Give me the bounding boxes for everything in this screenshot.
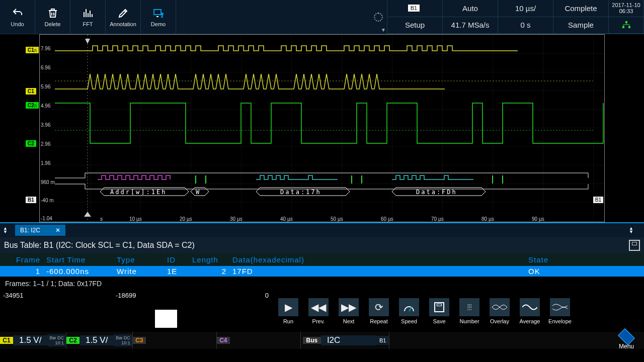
- next-button[interactable]: ▶▶Next: [335, 293, 363, 324]
- bus-indicator[interactable]: B1: [387, 0, 443, 17]
- bus-panel-header: ▲▼ B1: I2C✕ ▲▼: [0, 222, 644, 237]
- label-b1: B1: [26, 197, 36, 203]
- histogram-bar: [155, 310, 177, 328]
- channel-c3[interactable]: C3: [133, 332, 217, 349]
- overlay-button[interactable]: Overlay: [486, 293, 514, 324]
- setup-button[interactable]: Setup: [387, 17, 443, 34]
- save-icon[interactable]: [629, 240, 640, 251]
- sample-rate[interactable]: 41.7 MSa/s: [443, 17, 498, 34]
- playback-controls: ▶Run ◀◀Prev. ▶▶Next ⟳Repeat Speed Save ⦙…: [272, 291, 577, 332]
- envelope-button[interactable]: Envelope: [546, 293, 574, 324]
- close-icon[interactable]: ✕: [55, 227, 60, 234]
- menu-button[interactable]: Menu: [609, 332, 644, 349]
- channel-footer: C1 1.5 V/ Bᴡ DC10:1 C2 1.5 V/ Bᴡ DC10:1 …: [0, 332, 644, 349]
- decode-data2: Data:FDh: [416, 189, 457, 196]
- channel-c2[interactable]: C2 1.5 V/ Bᴡ DC10:1: [66, 332, 133, 349]
- undo-button[interactable]: Undo: [0, 0, 35, 34]
- chevron-down-icon[interactable]: ▼: [381, 27, 386, 33]
- label-b1-right: B1: [593, 197, 603, 203]
- number-button[interactable]: ⦙⦙⦙Number: [455, 293, 484, 324]
- datetime: 2017-11-1006:33: [609, 0, 644, 17]
- prev-button[interactable]: ◀◀Prev.: [304, 293, 333, 324]
- bus-selector[interactable]: Bus I2C B1: [303, 332, 389, 349]
- label-c2-digital: C2⎍: [26, 102, 39, 109]
- gear-icon[interactable]: [374, 13, 383, 22]
- label-c1: C1: [26, 88, 36, 95]
- speed-button[interactable]: Speed: [395, 293, 423, 324]
- toolbar: Undo Delete FFT Annotation Demo ▼ B1 Aut…: [0, 0, 644, 34]
- svg-point-1: [161, 13, 163, 15]
- frames-summary: Frames: 1–1 / 1; Data: 0x17FD: [0, 277, 644, 291]
- time-offset[interactable]: 0 s: [498, 17, 553, 34]
- label-c1-digital: C1⎍: [26, 47, 39, 53]
- repeat-button[interactable]: ⟳Repeat: [365, 293, 393, 324]
- channel-labels: C1⎍ C1 C2⎍ C2 B1: [26, 35, 39, 222]
- lower-panel: -34951 -18699 0 ▶Run ◀◀Prev. ▶▶Next ⟳Rep…: [0, 291, 644, 332]
- channel-c1[interactable]: C1 1.5 V/ Bᴡ DC10:1: [0, 332, 66, 349]
- acq-mode[interactable]: Sample: [553, 17, 609, 34]
- network-icon[interactable]: [609, 17, 644, 34]
- delete-button[interactable]: Delete: [35, 0, 70, 34]
- waveform-display[interactable]: C1⎍ C1 C2⎍ C2 B1 7.96 6.96 5.96 4.96 3.9…: [39, 34, 605, 222]
- svg-rect-0: [154, 10, 161, 15]
- fft-button[interactable]: FFT: [70, 0, 106, 34]
- annotation-button[interactable]: Annotation: [106, 0, 141, 34]
- histogram: -34951 -18699 0: [0, 291, 272, 332]
- average-button[interactable]: Average: [516, 293, 544, 324]
- acq-state: Complete: [553, 0, 609, 17]
- bus-tab[interactable]: B1: I2C✕: [15, 225, 65, 236]
- trigger-mode[interactable]: Auto: [443, 0, 498, 17]
- save-button[interactable]: Save: [425, 293, 453, 324]
- panel-resize-icon-right[interactable]: ▲▼: [629, 227, 638, 234]
- decode-data1: Data:17h: [280, 189, 321, 196]
- run-button[interactable]: ▶Run: [274, 293, 302, 324]
- bus-table-header: Frame Start Time Type ID Length Data(hex…: [0, 253, 644, 266]
- decode-w: W: [196, 189, 201, 196]
- bus-table-row[interactable]: 1 -600.000ns Write 1E 2 17FD OK: [0, 266, 644, 277]
- toolbar-spacer: ▼: [176, 0, 387, 34]
- demo-button[interactable]: Demo: [141, 0, 176, 34]
- panel-resize-icon[interactable]: ▲▼: [3, 227, 12, 234]
- channel-c4[interactable]: C4: [217, 332, 301, 349]
- label-c2: C2: [26, 140, 36, 147]
- timebase[interactable]: 10 µs/: [498, 0, 553, 17]
- svg-rect-4: [628, 26, 630, 28]
- svg-rect-3: [622, 26, 624, 28]
- bus-table-title: Bus Table: B1 (I2C: Clock SCL = C1, Data…: [0, 237, 644, 253]
- decode-addr: Addr[w]:1Eh: [110, 189, 167, 196]
- status-panel: B1 Auto 10 µs/ Complete 2017-11-1006:33 …: [387, 0, 644, 34]
- svg-rect-2: [625, 21, 627, 23]
